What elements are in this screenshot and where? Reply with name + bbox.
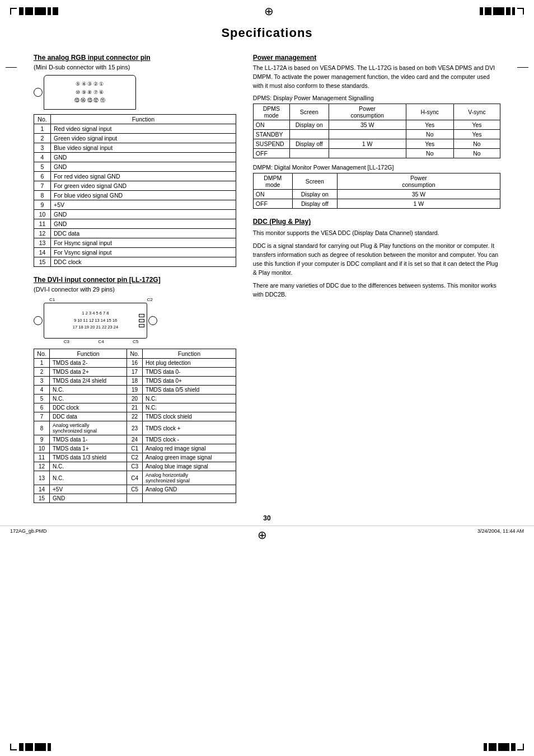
dpms-th-vsync: V-sync [453,104,500,120]
dmpm-table-row: OFFDisplay off1 W [253,199,500,209]
dvi-row-no: 10 [34,444,50,453]
analog-table-row: 2Green video signal input [34,134,236,143]
dvi-row-no: C5 [127,485,143,494]
analog-row-function: For Vsync signal input [51,248,236,257]
dvi-row-function: DDC clock [50,403,127,412]
dvi-row-function: Analog GND [143,485,236,494]
analog-table-row: 9+5V [34,200,236,210]
analog-row-function: DDC clock [51,257,236,267]
dvi-row-function: TMDS clock + [143,421,236,435]
dvi-row-no: C4 [127,471,143,485]
crosshair-top: ⊕ [264,6,274,17]
dvi-row-function: N.C. [143,403,236,412]
dvi-label-c1: C1 [49,297,55,302]
dvi-row-function: DDC data [50,412,127,421]
dvi-connector-box: 1 2 3 4 5 6 7 8 9 10 11 12 13 14 15 16 1… [44,303,147,339]
dvi-row-function: TMDS data 1- [50,435,127,444]
page-number: 30 [34,514,500,522]
analog-row-function: Red video signal input [51,124,236,134]
dpms-cell: Yes [453,130,500,139]
analog-row-function: GND [51,219,236,229]
corner-tl [10,8,17,15]
analog-table-row: 15DDC clock [34,257,236,267]
footer-right: 3/24/2004, 11:44 AM [477,528,524,542]
analog-row-no: 6 [34,172,51,181]
dpms-cell [329,130,406,139]
footer-left: 172AG_gb.PMD [10,528,47,542]
analog-row-no: 14 [34,248,51,257]
dpms-cell: Display on [289,120,329,130]
dpms-cell [289,130,329,139]
dpms-cell: ON [253,120,289,130]
page-border-top: ⊕ [0,0,534,20]
dvi-row-no: 15 [34,494,50,503]
dvi-table-row: 4N.C.19TMDS data 0/5 shield [34,386,236,395]
dvi-subtitle: (DVI-I connector with 29 pins) [34,286,236,293]
dvi-table-row: 8Analog vertically synchronized signal23… [34,421,236,435]
dmpm-cell: 35 W [337,190,500,199]
dpms-cell: 1 W [329,139,406,149]
analog-row-no: 1 [34,124,51,134]
dvi-row-function: TMDS clock - [143,435,236,444]
page-footer: 172AG_gb.PMD ⊕ 3/24/2004, 11:44 AM [0,525,534,544]
dvi-table-row: 2TMDS data 2+17TMDS data 0- [34,368,236,377]
dvi-label-c5: C5 [133,339,138,344]
dvi-row-function: Analog blue image signal [143,462,236,471]
dpms-table-row: STANDBYNoYes [253,130,500,139]
analog-table-row: 7For green video signal GND [34,181,236,191]
dvi-table-row: 14+5VC5Analog GND [34,485,236,494]
dpms-cell: 35 W [329,120,406,130]
dvi-row-function: Analog vertically synchronized signal [50,421,127,435]
dvi-row-function: TMDS data 1/3 shield [50,453,127,462]
dvi-row-no: 21 [127,403,143,412]
analog-title: The analog RGB input connector pin [34,54,236,62]
dvi-row-no: C3 [127,462,143,471]
dpms-cell: STANDBY [253,130,289,139]
dvi-th-no2: No. [127,349,143,359]
dvi-row-no: 23 [127,421,143,435]
dpms-cell: Yes [453,120,500,130]
dmpm-th-power: Power consumption [337,173,500,190]
circle-left-dvi [34,316,43,325]
dvi-row-no: 18 [127,377,143,386]
dpms-cell: No [453,149,500,158]
dvi-row-function: GND [50,494,127,503]
dvi-row-function: TMDS data 2+ [50,368,127,377]
dmpm-table: DMPM mode Screen Power consumption ONDis… [253,173,500,209]
analog-row-function: Green video signal input [51,134,236,143]
dvi-row-function: Hot plug detection [143,359,236,368]
dvi-row-no: 22 [127,412,143,421]
ddc-paragraph-1: DDC is a signal standard for carrying ou… [253,241,500,278]
dvi-label-c2: C2 [147,297,153,302]
circle-right-dvi [148,316,157,325]
dmpm-table-row: ONDisplay on35 W [253,190,500,199]
dvi-row-no: 16 [127,359,143,368]
analog-connector-wrap: ⑤ ④ ③ ② ① ⑩ ⑨ ⑧ ⑦ ⑥ ⑬ ⑭ ⑬ ⑫ ⑪ [34,75,236,110]
dvi-row-no: 24 [127,435,143,444]
dvi-row-no: 3 [34,377,50,386]
dvi-row-function [143,494,236,503]
analog-row-function: GND [51,162,236,172]
dmpm-cell: ON [253,190,292,199]
analog-row-no: 5 [34,162,51,172]
analog-row-function: For green video signal GND [51,181,236,191]
analog-th-function: Function [51,115,236,124]
dpms-cell: Display off [289,139,329,149]
dpms-cell: SUSPEND [253,139,289,149]
analog-row-no: 10 [34,210,51,219]
dvi-row-function: Analog horizontally synchronized signal [143,471,236,485]
dvi-row-no: 4 [34,386,50,395]
analog-connector-box: ⑤ ④ ③ ② ① ⑩ ⑨ ⑧ ⑦ ⑥ ⑬ ⑭ ⑬ ⑫ ⑪ [44,75,136,110]
power-management-section: Power management The LL-172A is based on… [253,54,500,209]
ddc-section: DDC (Plug & Play) This monitor supports … [253,218,500,299]
dvi-row-function: Analog green image signal [143,453,236,462]
dvi-table-row: 13N.C.C4Analog horizontally synchronized… [34,471,236,485]
dpms-th-screen: Screen [289,104,329,120]
analog-row-function: +5V [51,200,236,210]
analog-row-function: GND [51,210,236,219]
analog-row-no: 15 [34,257,51,267]
dvi-row-function: N.C. [50,395,127,403]
dvi-connector-row: 1 2 3 4 5 6 7 8 9 10 11 12 13 14 15 16 1… [34,303,236,339]
border-bars-left [19,7,58,15]
page-content: Specifications The analog RGB input conn… [0,26,534,522]
